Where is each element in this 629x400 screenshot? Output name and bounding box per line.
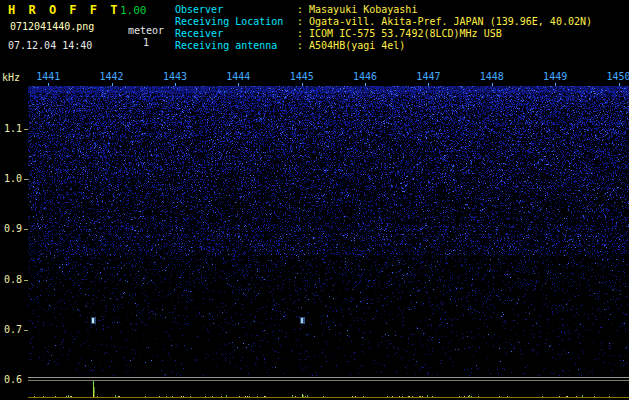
time-axis: 1441144214431444144514461447144814491450 [0, 71, 629, 87]
info-label: Receiving antenna [175, 40, 297, 52]
time-tick-label: 1447 [413, 71, 443, 82]
separator-line-upper [28, 377, 629, 378]
info-value: : A504HB(yagi 4el) [297, 40, 405, 52]
time-tick-label: 1441 [33, 71, 63, 82]
mode-label: meteor [126, 25, 166, 36]
signal-strength-strip [28, 381, 629, 400]
app-version: 1.00 [120, 4, 147, 17]
freq-tick-label: 1.1 [4, 123, 26, 134]
freq-tick-label: 0.9 [4, 223, 26, 234]
freq-tick-label: 0.8 [4, 274, 26, 285]
info-label: Observer [175, 4, 297, 16]
frequency-axis: 1.11.00.90.80.70.6 [0, 0, 28, 400]
info-row: Receiving Location: Ogata-vill. Akita-Pr… [175, 16, 592, 28]
info-row: Receiving antenna: A504HB(yagi 4el) [175, 40, 592, 52]
spectrogram-noise-plot [28, 86, 629, 376]
hrofft-spectrogram-screenshot: H R O F F T 1.00 0712041440.png meteor 1… [0, 0, 629, 400]
info-row: Observer: Masayuki Kobayashi [175, 4, 592, 16]
time-tick-label: 1444 [223, 71, 253, 82]
info-label: Receiver [175, 28, 297, 40]
time-tick-label: 1445 [287, 71, 317, 82]
time-tick-label: 1442 [97, 71, 127, 82]
freq-tick-label: 0.6 [4, 374, 26, 385]
meteor-count: 1 [126, 37, 166, 48]
info-value: : Ogata-vill. Akita-Pref. JAPAN (139.96E… [297, 16, 592, 28]
time-tick-label: 1450 [604, 71, 629, 82]
info-row: Receiver: ICOM IC-575 53.7492(8LCD)MHz U… [175, 28, 592, 40]
time-tick-label: 1449 [540, 71, 570, 82]
time-tick-label: 1446 [350, 71, 380, 82]
info-label: Receiving Location [175, 16, 297, 28]
info-value: : ICOM IC-575 53.7492(8LCD)MHz USB [297, 28, 502, 40]
freq-tick-label: 0.7 [4, 324, 26, 335]
freq-tick-label: 1.0 [4, 173, 26, 184]
station-info-table: Observer: Masayuki KobayashiReceiving Lo… [175, 4, 592, 52]
time-tick-label: 1443 [160, 71, 190, 82]
time-tick-label: 1448 [477, 71, 507, 82]
info-value: : Masayuki Kobayashi [297, 4, 417, 16]
